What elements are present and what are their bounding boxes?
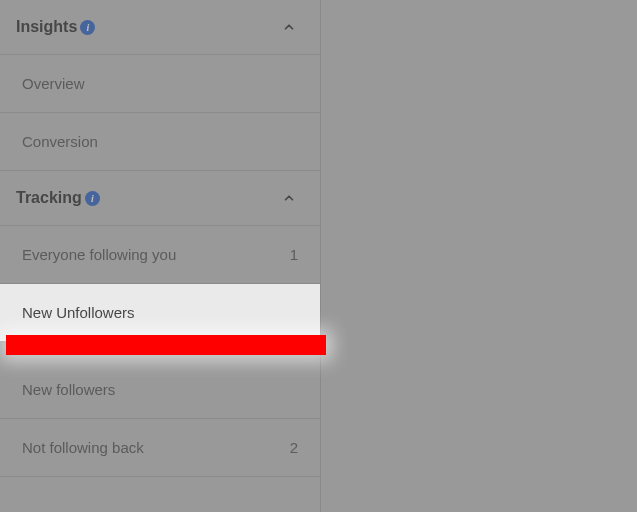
chevron-up-icon [282, 20, 296, 34]
sidebar-item-label: Everyone following you [22, 246, 176, 263]
sidebar-item-new-followers[interactable]: New followers [0, 361, 320, 419]
info-icon[interactable]: i [85, 191, 100, 206]
sidebar-item-overview[interactable]: Overview [0, 54, 320, 113]
sidebar-item-not-following-back[interactable]: Not following back 2 [0, 419, 320, 477]
sidebar-item-everyone-following[interactable]: Everyone following you 1 [0, 225, 320, 284]
sidebar-item-label: New followers [22, 381, 115, 398]
sidebar-item-count: 1 [290, 246, 298, 263]
sidebar-item-label: Overview [22, 75, 85, 92]
section-header-tracking[interactable]: Tracking i [0, 171, 320, 225]
sidebar-item-conversion[interactable]: Conversion [0, 113, 320, 171]
sidebar-item-label: New Unfollowers [22, 304, 135, 321]
chevron-up-icon [282, 191, 296, 205]
section-title: Insights [16, 18, 77, 36]
sidebar: Insights i Overview Conversion Tracking … [0, 0, 321, 512]
section-title: Tracking [16, 189, 82, 207]
sidebar-item-label: Not following back [22, 439, 144, 456]
highlight-wrapper: New Unfollowers [0, 284, 320, 361]
section-header-insights[interactable]: Insights i [0, 0, 320, 54]
sidebar-item-new-unfollowers[interactable]: New Unfollowers [0, 284, 320, 341]
sidebar-item-count: 2 [290, 439, 298, 456]
info-icon[interactable]: i [80, 20, 95, 35]
sidebar-item-label: Conversion [22, 133, 98, 150]
